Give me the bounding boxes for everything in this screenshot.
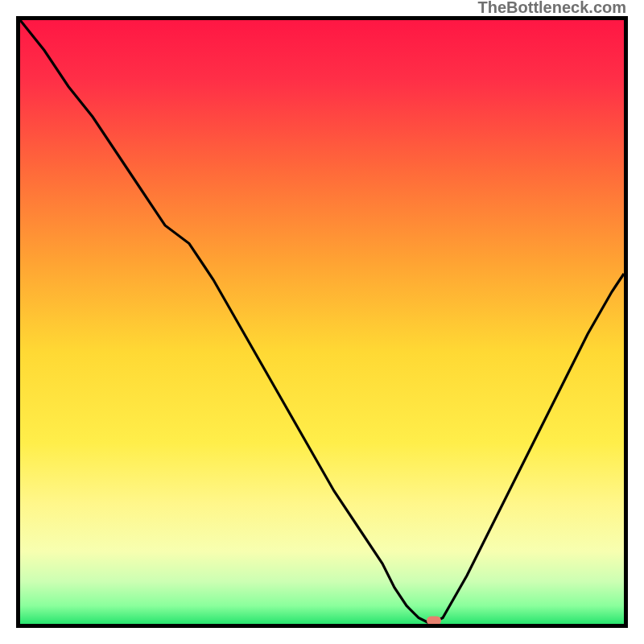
optimum-marker [427,617,441,625]
watermark-text: TheBottleneck.com [478,0,626,17]
plot-frame [16,16,628,628]
gradient-background [20,20,624,624]
svg-rect-0 [20,20,624,624]
chart-container: TheBottleneck.com [0,0,644,644]
